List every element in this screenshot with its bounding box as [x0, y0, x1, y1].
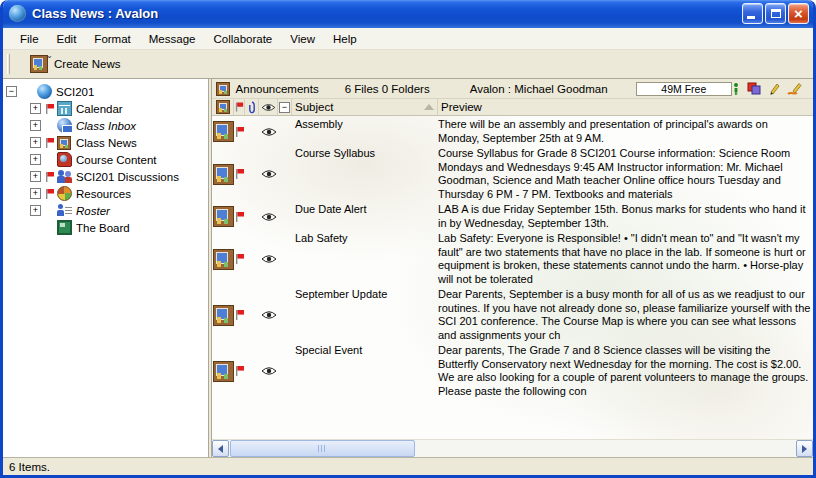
maximize-icon [771, 9, 781, 18]
tree-item-course-content[interactable]: + Course Content [3, 151, 208, 168]
expand-icon[interactable]: + [30, 154, 41, 165]
tree-item-calendar[interactable]: + Calendar [3, 100, 208, 117]
eye-icon [261, 366, 277, 376]
column-unread[interactable] [259, 99, 278, 115]
news-pane: Announcements 6 Files 0 Folders Avalon :… [212, 79, 813, 457]
menu-format[interactable]: Format [85, 30, 139, 48]
news-item-preview: Lab Safety: Everyone is Responsible! • "… [438, 232, 813, 286]
collapse-icon[interactable]: − [6, 86, 17, 97]
expand-icon[interactable]: + [30, 205, 41, 216]
minimize-button[interactable] [742, 3, 763, 24]
roster-icon [57, 203, 72, 218]
eye-icon [261, 169, 277, 179]
title-bar[interactable]: Class News : Avalon × [3, 0, 813, 28]
discussions-icon [57, 169, 72, 184]
scroll-right-button[interactable] [796, 440, 813, 457]
tree-item-label: Resources [74, 188, 131, 200]
permissions-icon[interactable] [747, 82, 761, 96]
pencil-icon[interactable] [768, 82, 780, 96]
free-space-indicator: 49M Free [636, 82, 732, 96]
news-item-icon [213, 206, 234, 227]
news-item-preview: There will be an assembly and presentati… [438, 118, 813, 145]
preview-header-label: Preview [441, 101, 482, 113]
eye-icon [261, 212, 277, 222]
news-item-subject: September Update [292, 288, 438, 302]
menu-help[interactable]: Help [324, 30, 366, 48]
expand-icon[interactable]: + [30, 120, 41, 131]
column-attachment[interactable] [245, 99, 259, 115]
scrollbar-thumb[interactable] [230, 440, 415, 457]
news-list: Assembly There will be an assembly and p… [212, 116, 813, 439]
resources-icon [57, 186, 72, 201]
create-news-button[interactable]: ⌄ Create News [24, 53, 126, 75]
column-preview[interactable]: Preview [438, 99, 813, 115]
tree-item-sci201-discussions[interactable]: + SCI201 Discussions [3, 168, 208, 185]
tree-item-label: Roster [74, 205, 110, 217]
news-item-subject: Lab Safety [292, 232, 438, 246]
container-name: Announcements [236, 83, 319, 95]
menu-collaborate[interactable]: Collaborate [204, 30, 281, 48]
tree-item-sci201[interactable]: − SCI201 [3, 83, 208, 100]
eye-icon [261, 254, 277, 264]
tree-item-class-inbox[interactable]: + Class Inbox [3, 117, 208, 134]
close-button[interactable]: × [788, 3, 809, 24]
maximize-button[interactable] [765, 3, 786, 24]
sort-ascending-icon [424, 104, 434, 110]
news-icon [216, 82, 230, 96]
expand-icon[interactable]: + [30, 171, 41, 182]
news-item-row[interactable]: Due Date Alert LAB A is due Friday Septe… [212, 201, 813, 230]
menu-view[interactable]: View [281, 30, 324, 48]
news-item-row[interactable]: Course Syllabus Course Syllabus for Grad… [212, 145, 813, 201]
news-item-row[interactable]: September Update Dear Parents, September… [212, 286, 813, 342]
news-item-row[interactable]: Assembly There will be an assembly and p… [212, 116, 813, 145]
horizontal-scrollbar[interactable] [212, 439, 813, 457]
news-item-subject: Assembly [292, 118, 438, 132]
signature-pencil-icon[interactable] [787, 82, 803, 96]
flag-icon [45, 171, 55, 183]
inbox-icon [57, 118, 72, 133]
expand-icon[interactable]: + [30, 137, 41, 148]
scroll-left-button[interactable] [212, 440, 229, 457]
news-item-icon [213, 305, 234, 326]
book-icon [57, 152, 72, 167]
globe-app-icon [9, 5, 26, 22]
scrollbar-track[interactable] [229, 440, 796, 457]
tree-item-class-news[interactable]: + Class News [3, 134, 208, 151]
news-item-icon [213, 361, 234, 382]
toolbar-grip[interactable] [7, 54, 10, 74]
column-subject[interactable]: Subject [292, 99, 438, 115]
globe-icon [37, 84, 52, 99]
tree-item-label: Class Inbox [74, 120, 136, 132]
news-item-row[interactable]: Lab Safety Lab Safety: Everyone is Respo… [212, 230, 813, 286]
news-item-subject: Due Date Alert [292, 203, 438, 217]
menu-file[interactable]: File [11, 30, 48, 48]
tree-item-the-board[interactable]: The Board [3, 219, 208, 236]
menu-message[interactable]: Message [140, 30, 205, 48]
tree-item-resources[interactable]: + Resources [3, 185, 208, 202]
flag-icon [45, 103, 55, 115]
tree-item-roster[interactable]: + Roster [3, 202, 208, 219]
server-user-identity: Avalon : Michael Goodman [470, 83, 608, 95]
toolbar: ⌄ Create News [3, 50, 813, 79]
person-icon[interactable] [732, 82, 740, 96]
subject-header-label: Subject [295, 101, 333, 113]
news-icon [57, 136, 71, 150]
flag-icon [45, 137, 55, 149]
menu-edit[interactable]: Edit [48, 30, 86, 48]
tree-item-label: Course Content [74, 154, 157, 166]
expand-icon[interactable]: + [30, 188, 41, 199]
file-folder-counts: 6 Files 0 Folders [345, 83, 430, 95]
minimize-icon [747, 16, 755, 19]
column-item-icon[interactable] [212, 99, 234, 115]
expand-icon[interactable]: + [30, 103, 41, 114]
flag-icon [235, 365, 245, 377]
tree-item-label: SCI201 Discussions [74, 171, 179, 183]
chevron-right-icon [802, 445, 807, 453]
column-flag[interactable] [234, 99, 245, 115]
eye-icon [261, 310, 277, 320]
tree-item-label: Calendar [74, 103, 123, 115]
news-item-row[interactable]: Special Event Dear parents, The Grade 7 … [212, 342, 813, 398]
flag-icon [235, 309, 245, 321]
tree-item-label: SCI201 [54, 86, 94, 98]
column-expand-all[interactable]: − [278, 99, 292, 115]
